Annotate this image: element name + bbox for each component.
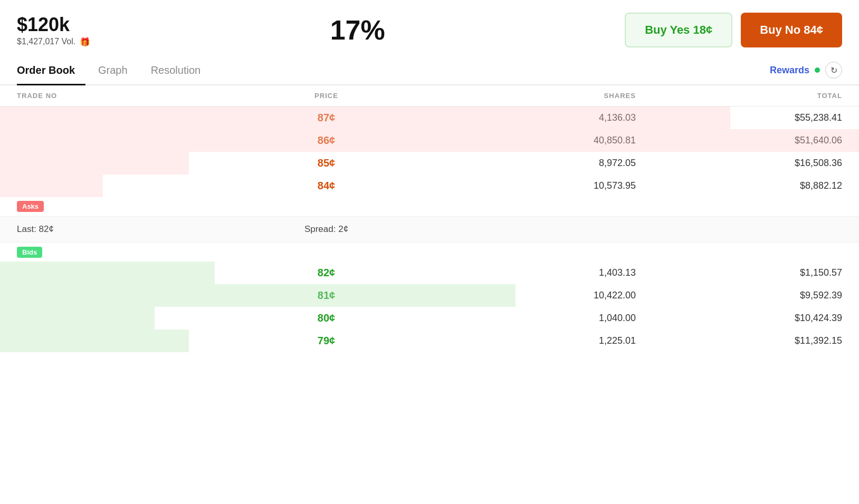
spread-row: Last: 82¢ Spread: 2¢ <box>0 216 859 243</box>
col-price: PRICE <box>223 92 430 100</box>
ask-total: $16,508.36 <box>636 158 842 169</box>
buy-no-button[interactable]: Buy No 84¢ <box>741 13 842 47</box>
buy-yes-button[interactable]: Buy Yes 18¢ <box>625 13 732 47</box>
bid-total: $9,592.39 <box>636 290 842 301</box>
market-value: $120k <box>17 14 90 36</box>
order-book-body: 87¢ 4,136.03 $55,238.41 86¢ 40,850.81 $5… <box>0 106 859 352</box>
percent-display: 17% <box>330 14 385 46</box>
bid-row: 79¢ 1,225.01 $11,392.15 <box>0 329 859 352</box>
bids-label: Bids <box>17 247 42 258</box>
ask-row: 86¢ 40,850.81 $51,640.06 <box>0 129 859 152</box>
rewards-dot <box>815 67 820 73</box>
header-right: Buy Yes 18¢ Buy No 84¢ <box>625 13 842 47</box>
ask-row: 84¢ 10,573.95 $8,882.12 <box>0 175 859 197</box>
bid-shares: 1,403.13 <box>430 267 636 278</box>
bid-total: $1,150.57 <box>636 267 842 278</box>
rewards-label[interactable]: Rewards <box>770 65 809 76</box>
ask-shares: 8,972.05 <box>430 158 636 169</box>
gift-icon[interactable]: 🎁 <box>80 37 90 47</box>
tab-graph[interactable]: Graph <box>98 57 138 85</box>
ask-total: $55,238.41 <box>636 112 842 123</box>
bid-row: 82¢ 1,403.13 $1,150.57 <box>0 261 859 284</box>
bids-section: Bids 82¢ 1,403.13 $1,150.57 81¢ 10,422.0… <box>0 243 859 352</box>
bid-row: 81¢ 10,422.00 $9,592.39 <box>0 284 859 307</box>
ask-total: $51,640.06 <box>636 135 842 146</box>
col-total: TOTAL <box>636 92 842 100</box>
table-header: TRADE NO PRICE SHARES TOTAL <box>0 85 859 106</box>
spread-last: Last: 82¢ <box>17 224 223 235</box>
bid-total: $11,392.15 <box>636 335 842 346</box>
bid-total: $10,424.39 <box>636 313 842 324</box>
ask-shares: 10,573.95 <box>430 180 636 191</box>
bid-price: 82¢ <box>223 267 430 279</box>
ask-row: 85¢ 8,972.05 $16,508.36 <box>0 152 859 175</box>
header-left: $120k $1,427,017 Vol. 🎁 <box>17 14 90 47</box>
ask-shares: 40,850.81 <box>430 135 636 146</box>
spread-value: Spread: 2¢ <box>223 224 430 235</box>
tab-resolution[interactable]: Resolution <box>151 57 212 85</box>
bid-price: 81¢ <box>223 289 430 302</box>
ask-price: 85¢ <box>223 157 430 169</box>
bid-price: 80¢ <box>223 312 430 324</box>
ask-row: 87¢ 4,136.03 $55,238.41 <box>0 106 859 129</box>
tab-order-book[interactable]: Order Book <box>17 57 85 85</box>
col-trade-no: TRADE NO <box>17 92 223 100</box>
ask-price: 84¢ <box>223 180 430 192</box>
tabs-left: Order Book Graph Resolution <box>17 56 770 84</box>
refresh-button[interactable]: ↻ <box>825 62 842 79</box>
bid-shares: 10,422.00 <box>430 290 636 301</box>
refresh-icon: ↻ <box>831 65 837 75</box>
bid-shares: 1,225.01 <box>430 335 636 346</box>
ask-price: 87¢ <box>223 112 430 124</box>
ask-price: 86¢ <box>223 134 430 147</box>
col-shares: SHARES <box>430 92 636 100</box>
asks-label: Asks <box>17 201 44 212</box>
header: $120k $1,427,017 Vol. 🎁 17% Buy Yes 18¢ … <box>0 0 859 56</box>
tabs-right: Rewards ↻ <box>770 62 842 79</box>
bid-price: 79¢ <box>223 335 430 347</box>
header-center: 17% <box>90 14 625 46</box>
bid-shares: 1,040.00 <box>430 313 636 324</box>
asks-section: 87¢ 4,136.03 $55,238.41 86¢ 40,850.81 $5… <box>0 106 859 216</box>
ask-total: $8,882.12 <box>636 180 842 191</box>
ask-shares: 4,136.03 <box>430 112 636 123</box>
bid-row: 80¢ 1,040.00 $10,424.39 <box>0 307 859 329</box>
tabs-row: Order Book Graph Resolution Rewards ↻ <box>0 56 859 85</box>
market-volume: $1,427,017 Vol. 🎁 <box>17 37 90 47</box>
